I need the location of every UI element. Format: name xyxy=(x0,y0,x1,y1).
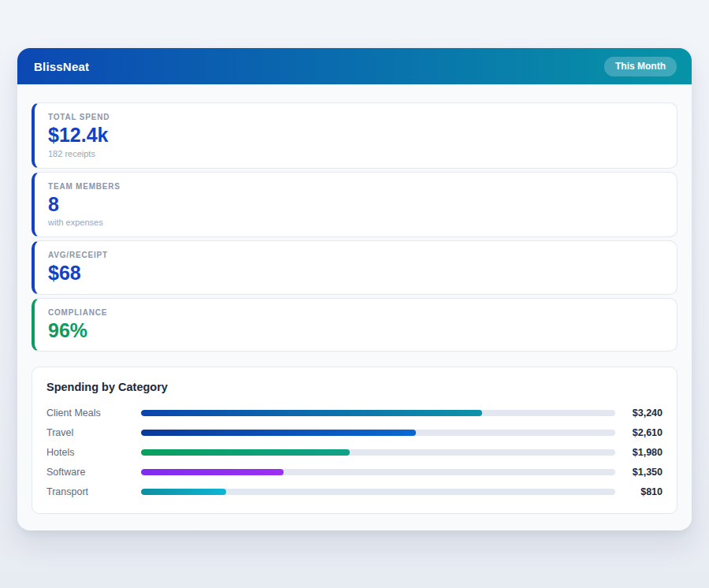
chart-row-software: Software $1,350 xyxy=(46,462,663,482)
stat-card-avg-receipt: AVG/RECEIPT $68 xyxy=(32,240,677,295)
chart-row-client-meals: Client Meals $3,240 xyxy=(46,403,663,422)
stat-subtext: 182 receipts xyxy=(48,149,663,158)
bar-fill xyxy=(141,489,226,495)
chart-row-hotels: Hotels $1,980 xyxy=(46,442,663,462)
stat-value: 8 xyxy=(48,194,663,216)
category-label: Transport xyxy=(46,486,141,497)
bar-track xyxy=(141,489,615,495)
stat-label: TEAM MEMBERS xyxy=(48,182,663,191)
bar-track xyxy=(141,469,615,475)
period-badge[interactable]: This Month xyxy=(604,57,677,76)
category-value: $810 xyxy=(615,486,663,497)
stat-label: COMPLIANCE xyxy=(48,308,663,317)
category-value: $2,610 xyxy=(615,427,663,438)
category-label: Hotels xyxy=(46,447,141,458)
chart-row-travel: Travel $2,610 xyxy=(46,422,663,442)
spending-by-category-chart: Spending by Category Client Meals $3,240… xyxy=(32,367,677,514)
app-window: BlissNeat This Month TOTAL SPEND $12.4k … xyxy=(17,48,692,530)
stat-value: 96% xyxy=(48,320,663,342)
category-value: $1,980 xyxy=(615,447,663,458)
stat-subtext: with expenses xyxy=(48,218,663,227)
category-value: $1,350 xyxy=(615,467,663,478)
stat-value: $68 xyxy=(48,262,663,285)
bar-fill xyxy=(141,430,416,436)
bar-fill xyxy=(141,410,482,416)
category-value: $3,240 xyxy=(615,408,663,419)
category-label: Client Meals xyxy=(46,408,141,419)
chart-title: Spending by Category xyxy=(46,381,663,393)
dashboard-content: TOTAL SPEND $12.4k 182 receipts TEAM MEM… xyxy=(17,84,692,530)
bar-track xyxy=(141,449,615,456)
app-header: BlissNeat This Month xyxy=(17,48,692,84)
stat-card-compliance: COMPLIANCE 96% xyxy=(32,298,677,352)
bar-track xyxy=(141,410,615,416)
bar-fill xyxy=(141,449,350,456)
bar-fill xyxy=(141,469,284,475)
app-title: BlissNeat xyxy=(34,60,89,73)
stat-value: $12.4k xyxy=(48,125,663,147)
stat-label: TOTAL SPEND xyxy=(48,113,663,121)
category-label: Software xyxy=(46,467,141,478)
stat-label: AVG/RECEIPT xyxy=(48,251,663,259)
category-label: Travel xyxy=(46,427,141,438)
stat-card-total-spend: TOTAL SPEND $12.4k 182 receipts xyxy=(32,102,677,169)
bar-track xyxy=(141,430,615,436)
stat-card-team-members: TEAM MEMBERS 8 with expenses xyxy=(32,172,677,238)
chart-row-transport: Transport $810 xyxy=(46,482,663,501)
